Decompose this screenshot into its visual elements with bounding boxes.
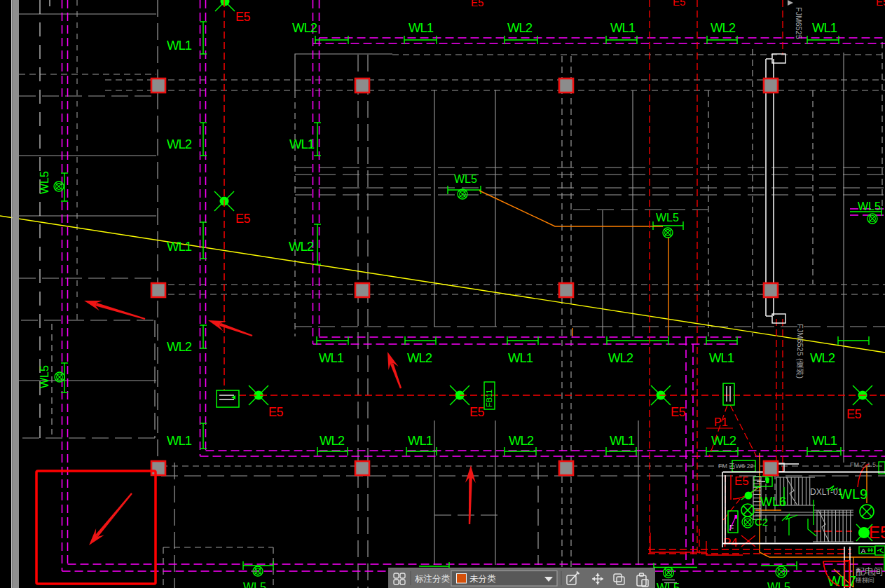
svg-text:未分类: 未分类 bbox=[469, 574, 496, 584]
svg-text:WL2: WL2 bbox=[292, 20, 317, 35]
svg-text:WL5: WL5 bbox=[656, 212, 679, 224]
svg-text:标注分类: 标注分类 bbox=[415, 574, 451, 584]
svg-text:WL1: WL1 bbox=[289, 137, 315, 151]
svg-text:WL2: WL2 bbox=[507, 20, 533, 35]
svg-text:WL1: WL1 bbox=[508, 350, 533, 365]
svg-text:楼梯间: 楼梯间 bbox=[855, 577, 874, 584]
svg-text:WL7: WL7 bbox=[828, 573, 856, 588]
svg-text:DXLT-01: DXLT-01 bbox=[810, 487, 843, 497]
svg-text:WL5: WL5 bbox=[767, 581, 790, 588]
svg-text:WL1: WL1 bbox=[709, 350, 734, 365]
svg-text:E5: E5 bbox=[268, 405, 284, 419]
svg-text:WL1: WL1 bbox=[167, 433, 192, 448]
svg-text:WL1: WL1 bbox=[812, 20, 837, 35]
svg-text:FM 乙1.5: FM 乙1.5 bbox=[850, 461, 876, 468]
svg-text:WL1: WL1 bbox=[812, 433, 837, 448]
svg-text:WL2: WL2 bbox=[509, 433, 534, 448]
svg-text:E5: E5 bbox=[469, 405, 485, 419]
svg-text:E5: E5 bbox=[471, 0, 483, 8]
svg-text:WL2: WL2 bbox=[320, 433, 345, 448]
svg-text:E5: E5 bbox=[673, 0, 685, 8]
svg-text:WL2: WL2 bbox=[167, 137, 192, 151]
svg-text:E5: E5 bbox=[235, 10, 251, 24]
svg-text:WL5: WL5 bbox=[39, 365, 50, 388]
svg-text:FM 乙W6 22: FM 乙W6 22 bbox=[718, 463, 754, 470]
svg-text:WL5: WL5 bbox=[858, 200, 881, 212]
svg-text:FB11: FB11 bbox=[485, 390, 493, 407]
svg-text:WL1: WL1 bbox=[319, 350, 344, 365]
svg-text:P1: P1 bbox=[714, 416, 728, 428]
svg-text:WL2: WL2 bbox=[711, 20, 736, 35]
svg-text:WL2: WL2 bbox=[407, 350, 432, 365]
svg-text:E5: E5 bbox=[235, 212, 251, 226]
svg-text:WL1: WL1 bbox=[167, 38, 192, 53]
svg-text:WL9: WL9 bbox=[839, 486, 867, 502]
svg-text:WL1: WL1 bbox=[409, 20, 434, 35]
svg-text:WL2: WL2 bbox=[167, 339, 192, 354]
svg-text:WL2: WL2 bbox=[810, 350, 835, 365]
svg-text:E5: E5 bbox=[846, 407, 862, 421]
svg-text:WL5: WL5 bbox=[39, 171, 50, 194]
svg-text:WL5: WL5 bbox=[243, 581, 266, 588]
svg-text:FJM6525 (侧装): FJM6525 (侧装) bbox=[796, 324, 804, 378]
svg-text:E5: E5 bbox=[876, 0, 885, 8]
svg-text:WL6: WL6 bbox=[760, 495, 786, 509]
svg-text:A: A bbox=[861, 547, 865, 554]
svg-text:WL2: WL2 bbox=[608, 350, 633, 365]
svg-text:FJM6525: FJM6525 bbox=[795, 7, 803, 39]
svg-text:E5: E5 bbox=[671, 405, 686, 419]
svg-text:WL1: WL1 bbox=[408, 433, 433, 448]
svg-text:WL2: WL2 bbox=[289, 239, 314, 254]
svg-text:WL1: WL1 bbox=[610, 20, 636, 35]
svg-text:WL1: WL1 bbox=[610, 433, 635, 448]
svg-text:C2: C2 bbox=[755, 516, 768, 528]
svg-text:WL1: WL1 bbox=[167, 239, 192, 254]
svg-text:WL5: WL5 bbox=[454, 173, 477, 185]
svg-text:配电间: 配电间 bbox=[856, 566, 883, 577]
svg-text:E5: E5 bbox=[734, 474, 749, 488]
